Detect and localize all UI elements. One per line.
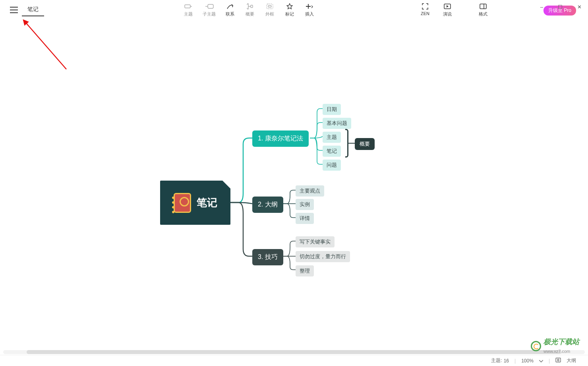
watermark-text: 极光下载站	[544, 338, 579, 346]
svg-rect-3	[267, 4, 273, 9]
menu-button[interactable]	[6, 2, 22, 18]
summary-node[interactable]: 概要	[355, 138, 375, 150]
leaf[interactable]: 写下关键事实	[296, 236, 335, 247]
tool-label: 演说	[443, 11, 452, 17]
leaf[interactable]: 整理	[296, 265, 314, 276]
tool-label: 标记	[285, 11, 294, 17]
svg-rect-1	[208, 4, 213, 8]
leaf[interactable]: 切勿过度，量力而行	[296, 251, 350, 262]
tool-label: 外框	[265, 11, 274, 17]
leaf[interactable]: 详情	[296, 213, 314, 224]
tool-subtopic[interactable]: 子主题	[203, 3, 216, 17]
leaf[interactable]: 主要观点	[296, 185, 324, 197]
connectors	[0, 26, 588, 354]
svg-rect-2	[251, 5, 253, 8]
leaf[interactable]: 日期	[323, 104, 341, 115]
window-close[interactable]: ✕	[575, 2, 584, 12]
branch-cornell[interactable]: 1. 康奈尔笔记法	[252, 130, 309, 147]
tool-label: 格式	[479, 11, 487, 17]
boundary-icon	[266, 3, 273, 10]
svg-rect-8	[556, 358, 561, 362]
notebook-icon	[174, 193, 191, 213]
svg-rect-0	[185, 5, 190, 8]
leaf[interactable]: 基本问题	[323, 118, 351, 129]
fullscreen-icon	[422, 3, 428, 10]
status-zoom[interactable]: 100%	[521, 358, 534, 364]
hamburger-icon	[10, 7, 18, 13]
tool-marker[interactable]: 标记	[284, 3, 295, 17]
mindmap-root[interactable]: 笔记	[160, 181, 230, 225]
tool-present[interactable]: 演说	[442, 3, 453, 17]
branch-tips[interactable]: 3. 技巧	[252, 249, 283, 265]
svg-line-7	[25, 22, 66, 69]
status-outline[interactable]: 大纲	[567, 357, 576, 364]
star-icon	[286, 3, 293, 10]
tool-label: 概要	[246, 11, 254, 17]
window-minimize[interactable]: –	[538, 2, 545, 12]
tool-label: 子主题	[203, 11, 216, 17]
play-icon	[444, 3, 451, 10]
tool-summary[interactable]: 概要	[244, 3, 255, 17]
root-label: 笔记	[197, 196, 217, 210]
status-topics-label: 主题:	[491, 357, 502, 364]
tool-label: ZEN	[421, 11, 429, 16]
tool-label: 插入	[305, 11, 314, 17]
leaf[interactable]: 笔记	[323, 146, 341, 157]
plus-icon	[306, 3, 313, 10]
tool-boundary[interactable]: 外框	[264, 3, 275, 17]
summary-icon	[247, 3, 253, 10]
watermark: 极光下载站 www.xz7.com	[531, 337, 579, 355]
branch-outline[interactable]: 2. 大纲	[252, 197, 283, 213]
relation-icon	[226, 3, 234, 10]
leaf[interactable]: 问题	[323, 160, 341, 171]
tool-label: 联系	[226, 11, 234, 17]
svg-rect-4	[268, 6, 271, 7]
watermark-logo-icon	[531, 341, 541, 351]
subtopic-icon	[205, 3, 214, 10]
tool-insert[interactable]: 插入	[304, 3, 315, 17]
window-maximize[interactable]: ☐	[555, 2, 565, 12]
panel-icon	[480, 3, 487, 10]
horizontal-scrollbar[interactable]	[3, 350, 585, 354]
leaf[interactable]: 主题	[323, 132, 341, 143]
watermark-url: www.xz7.com	[544, 349, 570, 354]
scrollbar-thumb[interactable]	[27, 350, 562, 354]
status-topics-count: 16	[504, 358, 509, 364]
tool-zen[interactable]: ZEN	[420, 3, 431, 16]
zoom-dropdown-icon[interactable]	[539, 358, 543, 364]
toolbar: 笔记 主题 子主题 联系 概要 外框 标记 插入	[0, 0, 588, 20]
tool-topic[interactable]: 主题	[183, 3, 194, 17]
tool-relation[interactable]: 联系	[224, 3, 236, 17]
status-bar: 主题: 16 | 100% | 大纲	[0, 355, 588, 366]
topic-icon	[184, 3, 192, 10]
fit-icon[interactable]	[555, 358, 561, 364]
mindmap-canvas[interactable]: 笔记 1. 康奈尔笔记法 2. 大纲 3. 技巧 日期 基本问题 主题 笔记 问…	[0, 26, 588, 354]
leaf[interactable]: 实例	[296, 199, 314, 210]
tool-format[interactable]: 格式	[478, 3, 489, 17]
svg-point-9	[557, 359, 559, 361]
annotation-arrow	[21, 18, 76, 73]
svg-rect-6	[480, 4, 486, 9]
summary-bracket	[345, 129, 348, 158]
tool-label: 主题	[184, 11, 193, 17]
tab-notes[interactable]: 笔记	[22, 4, 44, 16]
